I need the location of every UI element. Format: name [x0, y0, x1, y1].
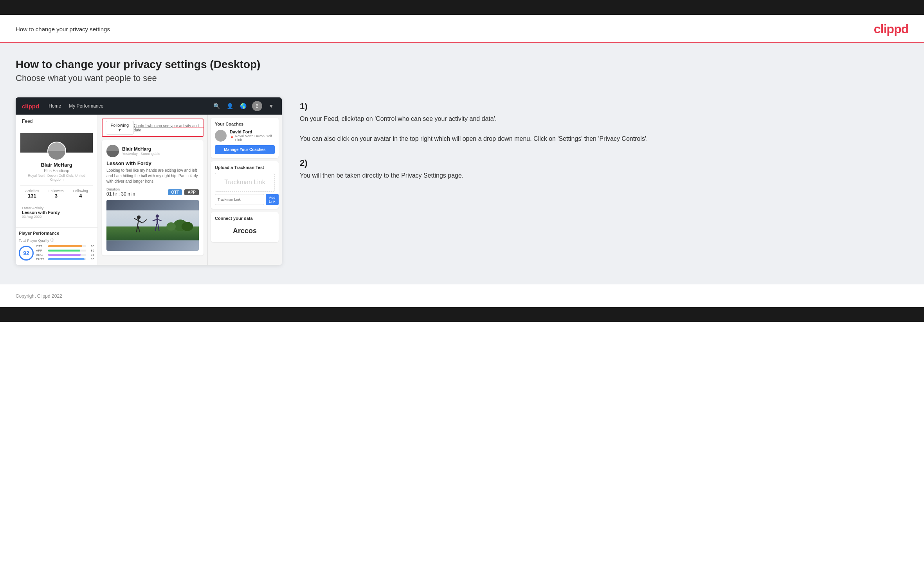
trackman-add-button[interactable]: Add Link [266, 194, 279, 205]
instruction-2-number: 2) [300, 158, 908, 168]
coaches-card: Your Coaches David Ford 📍 Royal North De… [211, 118, 279, 158]
location-icon: 📍 [230, 136, 234, 140]
stat-following-label: Following [73, 189, 88, 193]
feed-tab[interactable]: Feed [16, 115, 97, 128]
activity-user-meta: Yesterday · Sunningdale [122, 152, 160, 156]
app-logo: clippd [22, 103, 39, 110]
latest-activity-date: 03 Aug 2022 [22, 215, 91, 219]
coach-avatar [215, 130, 227, 142]
app-main: Following ▾ Control who can see your act… [98, 115, 207, 265]
latest-activity-label: Latest Activity [22, 206, 91, 210]
duration-label: Duration [106, 187, 135, 191]
activity-user-info: Blair McHarg Yesterday · Sunningdale [122, 146, 160, 156]
activity-title: Lesson with Fordy [106, 160, 199, 166]
activity-user-name: Blair McHarg [122, 146, 160, 152]
activity-desc: Looking to feel like my hands are exitin… [106, 168, 199, 184]
activity-card: Blair McHarg Yesterday · Sunningdale Les… [102, 140, 204, 255]
stat-following-value: 4 [73, 193, 88, 199]
svg-point-4 [166, 222, 176, 230]
golf-scene-svg [106, 200, 199, 251]
bar-arg: ARG 86 [36, 253, 94, 257]
instruction-2: 2) You will then be taken directly to th… [300, 158, 908, 181]
app-right-panel: Your Coaches David Ford 📍 Royal North De… [207, 115, 282, 265]
search-icon[interactable]: 🔍 [212, 102, 221, 110]
bar-ott: OTT 90 [36, 244, 94, 248]
user-stats: Activities 131 Followers 3 Following 4 [20, 185, 93, 202]
coach-club: 📍 Royal North Devon Golf Club [230, 134, 275, 142]
trackman-card: Upload a Trackman Test Trackman Link Add… [211, 161, 279, 209]
connect-card: Connect your data Arccos [211, 212, 279, 242]
connect-title: Connect your data [215, 216, 275, 221]
tpq-label: Total Player Quality ⓘ [19, 238, 94, 243]
person-icon[interactable]: 👤 [225, 102, 234, 110]
instruction-1-number: 1) [300, 101, 908, 111]
svg-point-3 [182, 222, 193, 231]
trackman-input-row: Add Link [215, 194, 275, 205]
chevron-down-icon[interactable]: ▼ [267, 102, 276, 110]
stat-followers-value: 3 [49, 193, 64, 199]
activity-duration-row: Duration 01 hr : 30 min OTT APP [106, 187, 199, 197]
svg-point-5 [137, 216, 140, 219]
instruction-1-text: On your Feed, click/tap on 'Control who … [300, 114, 908, 144]
copyright: Copyright Clippd 2022 [16, 293, 62, 299]
app-nav: clippd Home My Performance 🔍 👤 🌎 B ▼ [16, 97, 282, 115]
player-performance: Player Performance Total Player Quality … [16, 227, 97, 265]
app-screenshot: clippd Home My Performance 🔍 👤 🌎 B ▼ Fee [16, 97, 282, 265]
coach-name: David Ford [230, 129, 275, 134]
app-sidebar: Feed Blair McHarg Plus Handicap Royal No… [16, 115, 98, 265]
arccos-logo: Arccos [215, 224, 275, 238]
page-title: How to change your privacy settings (Des… [16, 58, 908, 71]
user-avatar-nav[interactable]: B [252, 101, 262, 111]
user-banner [20, 133, 93, 153]
bar-putt: PUTT 96 [36, 257, 94, 261]
info-icon: ⓘ [50, 238, 54, 243]
svg-rect-13 [157, 218, 158, 225]
avatar [47, 142, 66, 160]
bottom-bar [0, 307, 924, 322]
user-club: Royal North Devon Golf Club, United King… [20, 174, 93, 182]
stat-followers: Followers 3 [49, 189, 64, 199]
globe-icon[interactable]: 🌎 [239, 102, 247, 110]
duration-info: Duration 01 hr : 30 min [106, 187, 135, 197]
instruction-1: 1) On your Feed, click/tap on 'Control w… [300, 101, 908, 144]
duration-value: 01 hr : 30 min [106, 191, 135, 197]
player-performance-title: Player Performance [19, 231, 94, 235]
instruction-2-text: You will then be taken directly to the P… [300, 171, 908, 181]
top-bar [0, 0, 924, 15]
user-handicap: Plus Handicap [20, 169, 93, 173]
stat-followers-label: Followers [49, 189, 64, 193]
coach-row: David Ford 📍 Royal North Devon Golf Club [215, 129, 275, 142]
activity-user-row: Blair McHarg Yesterday · Sunningdale [106, 145, 199, 157]
latest-activity: Latest Activity Lesson with Fordy 03 Aug… [20, 206, 93, 219]
following-bar-container: Following ▾ Control who can see your act… [102, 119, 204, 137]
activity-tags: OTT APP [168, 189, 199, 195]
svg-point-12 [156, 214, 159, 217]
tpq-circle: 92 [19, 246, 34, 261]
user-card: Blair McHarg Plus Handicap Royal North D… [16, 128, 97, 223]
main-content: How to change your privacy settings (Des… [0, 43, 924, 284]
site-logo: clippd [874, 22, 908, 36]
breadcrumb: How to change your privacy settings [16, 26, 110, 32]
tag-app: APP [184, 189, 199, 195]
stat-activities-value: 131 [25, 193, 39, 199]
activity-avatar [106, 145, 119, 157]
tpq-bars: OTT 90 APP 85 ARG [36, 244, 94, 262]
nav-link-performance[interactable]: My Performance [69, 103, 103, 109]
trackman-input[interactable] [215, 194, 264, 205]
tutorial-layout: clippd Home My Performance 🔍 👤 🌎 B ▼ Fee [16, 97, 908, 265]
app-body: Feed Blair McHarg Plus Handicap Royal No… [16, 115, 282, 265]
bar-app: APP 85 [36, 249, 94, 252]
tag-ott: OTT [168, 189, 182, 195]
following-button[interactable]: Following ▾ [106, 121, 134, 135]
instructions-panel: 1) On your Feed, click/tap on 'Control w… [296, 97, 908, 194]
stat-activities-label: Activities [25, 189, 39, 193]
site-header: How to change your privacy settings clip… [0, 15, 924, 43]
trackman-placeholder: Trackman Link [215, 173, 275, 192]
trackman-title: Upload a Trackman Test [215, 165, 275, 170]
page-subtitle: Choose what you want people to see [16, 73, 908, 83]
coaches-title: Your Coaches [215, 122, 275, 126]
manage-coaches-button[interactable]: Manage Your Coaches [215, 145, 275, 154]
tpq-row: 92 OTT 90 APP 85 [19, 244, 94, 262]
site-footer: Copyright Clippd 2022 [0, 284, 924, 307]
nav-link-home[interactable]: Home [49, 103, 61, 109]
